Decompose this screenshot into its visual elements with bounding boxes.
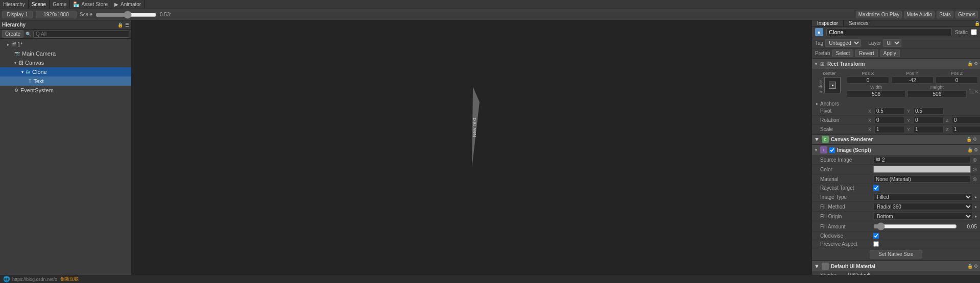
static-checkbox[interactable]: [971, 29, 977, 35]
hierarchy-item-main-camera[interactable]: 📷 Main Camera: [0, 49, 131, 58]
image-type-label: Image Type: [820, 194, 871, 200]
layer-label: Layer: [868, 40, 881, 46]
rot-y-input[interactable]: [913, 117, 944, 124]
main-camera-label: Main Camera: [22, 50, 56, 57]
fill-method-row: Fill Method Radial 360 ▸: [812, 202, 980, 212]
scale-slider[interactable]: [95, 11, 157, 19]
asset-store-tab-label: Asset Store: [81, 2, 108, 7]
fill-origin-row: Fill Origin Bottom ▸: [812, 212, 980, 221]
fill-origin-select[interactable]: Bottom: [873, 213, 973, 220]
rot-z-label: Z: [946, 118, 950, 123]
clockwise-checkbox[interactable]: [873, 233, 879, 239]
rt-right-icons: 🔒 ⚙: [967, 61, 978, 66]
image-type-select[interactable]: Filled: [873, 193, 973, 200]
search-input[interactable]: [33, 31, 129, 38]
scene-tab-section[interactable]: Scene: [29, 0, 50, 9]
width-input[interactable]: [847, 90, 905, 97]
rect-transform-header[interactable]: ▼ ⊞ Rect Transform 🔒 ⚙: [812, 59, 980, 69]
prefab-apply-button[interactable]: Apply: [880, 49, 900, 57]
gizmos-button[interactable]: Gizmos: [955, 11, 978, 18]
maximize-on-play-button[interactable]: Maximize On Play: [856, 11, 902, 18]
clockwise-label: Clockwise: [820, 233, 871, 239]
mute-audio-button[interactable]: Mute Audio: [904, 11, 935, 18]
layer-select[interactable]: UI: [883, 39, 901, 47]
pos-y-group: Pos Y: [891, 71, 934, 84]
hierarchy-item-canvas[interactable]: ▾ 🖼 Canvas: [0, 58, 131, 67]
hierarchy-item-clone[interactable]: ▾ 🗂 Clone: [0, 67, 131, 76]
is-lock-icon[interactable]: 🔒: [967, 147, 973, 152]
rot-z-input[interactable]: [952, 117, 980, 124]
hierarchy-tab-section[interactable]: Hierarchy: [0, 0, 29, 9]
pivot-y-input[interactable]: [913, 108, 944, 115]
game-tab-section[interactable]: Game: [50, 0, 70, 9]
static-label: Static: [955, 30, 968, 35]
dm-lock-icon[interactable]: 🔒: [967, 264, 973, 269]
cr-icon: C: [822, 136, 829, 143]
rot-x-label: X: [868, 118, 872, 123]
cr-gear-icon[interactable]: ⚙: [973, 137, 977, 142]
fill-amount-slider[interactable]: [873, 222, 957, 230]
scale-x-input[interactable]: [874, 126, 905, 133]
dm-icon: [822, 263, 829, 270]
prefab-revert-button[interactable]: Revert: [855, 49, 877, 57]
rt-gear-icon[interactable]: ⚙: [974, 61, 978, 66]
material-box[interactable]: None (Material): [873, 175, 971, 183]
color-swatch[interactable]: [873, 166, 971, 173]
raycast-checkbox[interactable]: [873, 185, 879, 191]
hierarchy-panel-header: Hierarchy 🔒 ☰: [0, 20, 131, 30]
default-material-header[interactable]: ▼ Default UI Material 🔒 ⚙: [812, 261, 980, 271]
material-select-icon[interactable]: ◎: [973, 176, 977, 182]
scale-z-input[interactable]: [952, 126, 980, 133]
clone-label: Clone: [32, 69, 47, 75]
top-tab-bar: Hierarchy Scene Game 🏪 Asset Store ▶ Ani…: [0, 0, 980, 9]
scale-y-input[interactable]: [913, 126, 944, 133]
asset-store-tab-section[interactable]: 🏪 Asset Store: [70, 0, 111, 9]
pos-x-input[interactable]: [847, 76, 889, 84]
fill-method-select[interactable]: Radial 360: [873, 203, 973, 210]
svg-text:New Text: New Text: [472, 118, 477, 137]
display-dropdown[interactable]: Display 1: [2, 11, 33, 18]
dm-gear-icon[interactable]: ⚙: [974, 264, 978, 269]
animator-tab-section[interactable]: ▶ Animator: [111, 0, 145, 9]
anchor-visual[interactable]: [824, 77, 841, 93]
is-gear-icon[interactable]: ⚙: [974, 147, 978, 152]
animator-tab-label: Animator: [121, 2, 141, 7]
source-image-select-icon[interactable]: ◎: [973, 157, 977, 162]
canvas-icon: 🖼: [18, 60, 23, 65]
pivot-x-input[interactable]: [874, 108, 905, 115]
pos-row: Pos X Pos Y Pos Z: [847, 71, 978, 84]
object-name-input[interactable]: [826, 28, 952, 36]
pos-y-input[interactable]: [891, 76, 934, 84]
rot-x-input[interactable]: [874, 117, 905, 124]
fill-amount-value: 0.05: [959, 224, 977, 229]
create-button[interactable]: Create: [2, 30, 23, 38]
image-script-header[interactable]: ▼ I Image (Script) 🔒 ⚙: [812, 145, 980, 155]
camera-icon: 📷: [14, 51, 20, 56]
hierarchy-lock-icon: 🔒: [117, 22, 123, 28]
hierarchy-item-scene[interactable]: ▸ 🎬 1*: [0, 40, 131, 49]
tab-services[interactable]: Services: [844, 20, 874, 26]
pos-z-input[interactable]: [936, 76, 978, 84]
canvas-renderer-header[interactable]: ▼ C Canvas Renderer 🔒 ⚙: [812, 135, 980, 144]
resolution-dropdown[interactable]: 1920x1080: [36, 11, 77, 18]
hierarchy-item-text[interactable]: T Text: [0, 76, 131, 86]
inspector-lock-icon[interactable]: 🔒: [974, 21, 980, 26]
height-input[interactable]: [907, 90, 966, 97]
cr-title: Canvas Renderer: [831, 137, 964, 142]
color-picker-icon[interactable]: ◎: [973, 167, 977, 172]
cr-lock-icon[interactable]: 🔒: [966, 137, 972, 142]
source-image-box[interactable]: 🖼 2: [873, 156, 971, 163]
image-enabled-checkbox[interactable]: [829, 147, 835, 153]
hierarchy-item-event-system[interactable]: ⚙ EventSystem: [0, 86, 131, 95]
prefab-select-button[interactable]: Select: [832, 49, 853, 57]
height-group: Height: [907, 85, 966, 97]
preserve-aspect-checkbox[interactable]: [873, 241, 879, 247]
tab-inspector[interactable]: Inspector: [812, 20, 844, 26]
stats-button[interactable]: Stats: [937, 11, 953, 18]
toolbar-right: Maximize On Play Mute Audio Stats Gizmos: [856, 11, 978, 18]
scene-view[interactable]: New Text: [132, 20, 811, 275]
hierarchy-menu-icon[interactable]: ☰: [125, 22, 129, 28]
rt-lock-icon[interactable]: 🔒: [967, 61, 973, 66]
set-native-size-button[interactable]: Set Native Size: [870, 250, 922, 259]
tag-select[interactable]: Untagged: [825, 39, 861, 47]
